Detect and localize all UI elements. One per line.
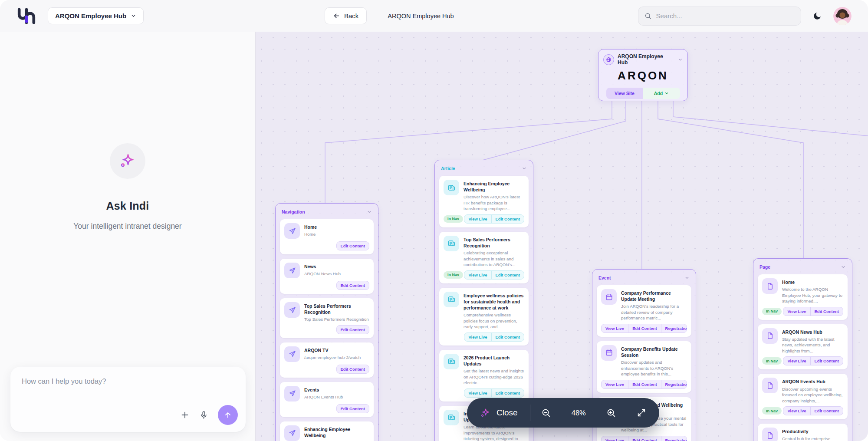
zoom-in-button[interactable]: [606, 408, 616, 418]
content-item[interactable]: Enhancing Employee Wellbeing Enhancing E…: [280, 421, 374, 441]
content-item[interactable]: ARQON News Hub Stay updated with the lat…: [758, 324, 848, 370]
registrations-button[interactable]: Registrations: [661, 380, 687, 388]
content-item[interactable]: Top Sales Performers Recognition Celebra…: [439, 232, 529, 283]
item-title: Enhancing Employee Wellbeing: [304, 425, 369, 438]
item-title: Home: [782, 278, 843, 285]
group-card-page: Page Home Welcome to the ARQON Employee …: [753, 258, 852, 441]
content-item[interactable]: Productivity Central hub for enterprise …: [758, 424, 848, 441]
registrations-button[interactable]: Registrations: [661, 436, 687, 441]
in-nav-badge: In Nav: [762, 308, 782, 315]
edit-content-button[interactable]: Edit Content: [337, 242, 369, 250]
item-title: ARQON Events Hub: [782, 378, 843, 385]
paper-plane-icon: [284, 223, 300, 239]
site-root-card[interactable]: ARQON Employee Hub ARQON View Site Add: [598, 49, 688, 101]
edit-content-button[interactable]: Edit Content: [628, 380, 661, 388]
arrow-left-icon: [333, 12, 340, 20]
item-actions: View LiveEdit Content: [464, 388, 524, 398]
content-item[interactable]: Employee wellness policies for sustainab…: [439, 288, 529, 346]
edit-content-button[interactable]: Edit Content: [628, 324, 661, 332]
item-title: Top Sales Performers Recognition: [304, 302, 369, 315]
close-button-label: Close: [496, 408, 518, 418]
content-item[interactable]: Home Home Edit Content: [280, 219, 374, 254]
sitemap-canvas[interactable]: ARQON Employee Hub ARQON View Site Add N…: [255, 32, 868, 441]
view-live-button[interactable]: View Live: [783, 307, 810, 316]
search-input[interactable]: [656, 12, 795, 20]
fullscreen-button[interactable]: [637, 408, 646, 418]
chat-input[interactable]: [22, 377, 236, 404]
back-button[interactable]: Back: [325, 7, 367, 24]
close-button[interactable]: Close: [480, 408, 518, 418]
chevron-down-icon[interactable]: [678, 57, 683, 62]
assistant-subtitle: Your intelligent intranet designer: [73, 222, 181, 231]
content-item[interactable]: Company Benefits Update Session Discover…: [597, 341, 691, 393]
view-live-button[interactable]: View Live: [602, 324, 628, 332]
site-logo: ARQON: [603, 69, 683, 82]
view-live-button[interactable]: View Live: [783, 357, 810, 365]
chevron-down-icon[interactable]: [522, 166, 527, 171]
item-actions: View LiveEdit Content: [783, 406, 843, 415]
content-item[interactable]: Home Welcome to the ARQON Employee Hub, …: [758, 274, 848, 320]
back-button-label: Back: [344, 12, 358, 20]
content-item[interactable]: ARQON TV /arqon-employee-hub-2/watch Edi…: [280, 342, 374, 378]
item-title: Home: [304, 223, 317, 230]
view-live-button[interactable]: View Live: [602, 380, 628, 388]
content-item[interactable]: 2026 Product Launch Updates Get the late…: [439, 350, 529, 402]
chevron-down-icon[interactable]: [367, 209, 372, 214]
content-item[interactable]: Company Performance Update Meeting Join …: [597, 285, 691, 337]
item-actions: Edit Content: [336, 281, 369, 290]
zoom-out-icon: [541, 408, 551, 418]
edit-content-button[interactable]: Edit Content: [337, 326, 369, 334]
edit-content-button[interactable]: Edit Content: [491, 333, 524, 341]
send-button[interactable]: [218, 405, 238, 425]
attach-button[interactable]: [180, 410, 190, 420]
view-site-button[interactable]: View Site: [606, 88, 643, 99]
view-live-button[interactable]: View Live: [464, 333, 491, 341]
item-description: Comprehensive wellness policies focus on…: [464, 312, 524, 330]
view-live-button[interactable]: View Live: [464, 389, 491, 397]
edit-content-button[interactable]: Edit Content: [810, 357, 843, 365]
content-item[interactable]: Events ARQON Events Hub Edit Content: [280, 382, 374, 417]
content-item[interactable]: News ARQON News Hub Edit Content: [280, 259, 374, 294]
edit-content-button[interactable]: Edit Content: [491, 271, 524, 279]
view-live-button[interactable]: View Live: [464, 271, 491, 279]
edit-content-button[interactable]: Edit Content: [810, 407, 843, 415]
item-actions: Edit Content: [336, 241, 369, 250]
edit-content-button[interactable]: Edit Content: [491, 215, 524, 223]
company-logo[interactable]: [16, 7, 36, 25]
edit-content-button[interactable]: Edit Content: [810, 307, 843, 316]
item-title: Company Benefits Update Session: [621, 345, 687, 358]
expand-icon: [637, 408, 646, 418]
calendar-icon: [601, 345, 617, 361]
chevron-down-icon[interactable]: [841, 264, 846, 270]
edit-content-button[interactable]: Edit Content: [337, 365, 369, 373]
item-title: News: [304, 263, 341, 270]
chevron-down-icon[interactable]: [684, 275, 690, 280]
search-box[interactable]: [638, 7, 801, 26]
edit-content-button[interactable]: Edit Content: [337, 405, 369, 413]
edit-content-button[interactable]: Edit Content: [337, 281, 369, 290]
zoom-out-button[interactable]: [541, 408, 551, 418]
item-description: ARQON News Hub: [304, 271, 341, 277]
voice-input-button[interactable]: [199, 411, 208, 420]
edit-content-button[interactable]: Edit Content: [628, 436, 661, 441]
dark-mode-toggle[interactable]: [812, 11, 822, 21]
group-title: Event: [598, 275, 611, 280]
group-card-navigation: Navigation Home Home Edit Content News A…: [275, 203, 378, 441]
item-title: Employee wellness policies for sustainab…: [464, 292, 524, 311]
view-live-button[interactable]: View Live: [602, 436, 628, 441]
toolbar-divider: [530, 405, 530, 421]
add-button[interactable]: Add: [643, 88, 680, 99]
registrations-button[interactable]: Registrations: [661, 324, 687, 332]
content-item[interactable]: Enhancing Employee Wellbeing Discover ho…: [439, 176, 529, 227]
edit-content-button[interactable]: Edit Content: [491, 389, 524, 397]
content-item[interactable]: ARQON Events Hub Discover upcoming event…: [758, 374, 848, 419]
view-live-button[interactable]: View Live: [464, 215, 491, 223]
workspace-selector[interactable]: ARQON Employee Hub: [48, 7, 144, 24]
content-item[interactable]: Top Sales Performers Recognition Top Sal…: [280, 298, 374, 338]
page-icon: [762, 278, 778, 294]
item-description: Top Sales Performers Recognition: [304, 316, 369, 323]
item-description: Discover upcoming events focused on empl…: [782, 386, 843, 404]
zoom-level: 48%: [572, 409, 586, 417]
view-live-button[interactable]: View Live: [783, 407, 810, 415]
user-avatar[interactable]: [833, 7, 852, 25]
